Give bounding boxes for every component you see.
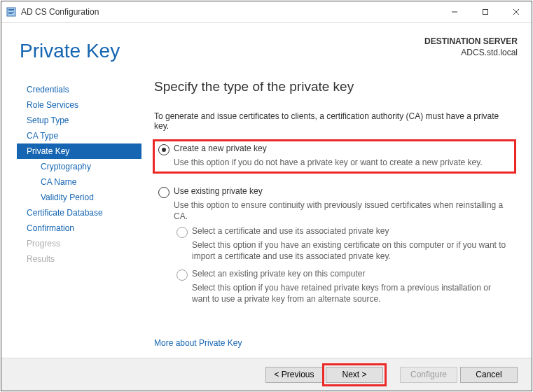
suboption-select-existing-key-desc: Select this option if you have retained …: [192, 282, 511, 304]
svg-rect-1: [8, 9, 14, 10]
option-use-existing-desc: Use this option to ensure continuity wit…: [174, 200, 511, 222]
dest-value: ADCS.std.local: [424, 47, 518, 58]
next-button[interactable]: Next >: [326, 367, 383, 383]
window-controls: [439, 1, 532, 22]
svg-rect-2: [8, 12, 14, 13]
sidebar-item-results: Results: [17, 251, 141, 267]
svg-rect-5: [483, 10, 488, 15]
main-heading: Specify the type of the private key: [154, 79, 515, 94]
maximize-button[interactable]: [470, 1, 501, 22]
page-title: Private Key: [20, 40, 120, 62]
window-title: AD CS Configuration: [21, 7, 439, 17]
minimize-button[interactable]: [439, 1, 470, 22]
close-button[interactable]: [501, 1, 532, 22]
sidebar-item-progress: Progress: [17, 236, 141, 251]
suboption-select-existing-key-label: Select an existing private key on this c…: [192, 269, 365, 279]
svg-rect-3: [8, 13, 13, 14]
radio-select-existing-key: [176, 270, 188, 281]
titlebar: AD CS Configuration: [1, 1, 532, 23]
cancel-button[interactable]: Cancel: [460, 367, 518, 383]
destination-server: DESTINATION SERVER ADCS.std.local: [424, 36, 518, 62]
sidebar-item-ca-type[interactable]: CA Type: [17, 128, 141, 144]
radio-use-existing[interactable]: [158, 187, 169, 198]
sidebar-item-setup-type[interactable]: Setup Type: [17, 113, 141, 128]
main-content: Specify the type of the private key To g…: [141, 79, 516, 358]
configure-button: Configure: [400, 367, 457, 383]
option-use-existing[interactable]: Use existing private key Use this option…: [154, 183, 515, 309]
app-icon: [6, 6, 17, 18]
footer: < Previous Next > Configure Cancel: [1, 358, 532, 391]
option-create-new-desc: Use this option if you do not have a pri…: [174, 157, 511, 168]
suboption-select-existing-key: Select an existing private key on this c…: [174, 269, 511, 281]
suboption-select-certificate-label: Select a certificate and use its associa…: [192, 226, 389, 236]
more-about-link[interactable]: More about Private Key: [154, 338, 242, 348]
suboption-select-certificate: Select a certificate and use its associa…: [174, 226, 511, 238]
window: AD CS Configuration Private Key DESTINAT…: [1, 1, 532, 391]
sidebar-item-cryptography[interactable]: Cryptography: [17, 159, 141, 174]
sidebar-item-validity-period[interactable]: Validity Period: [17, 190, 141, 205]
radio-select-certificate: [176, 227, 188, 238]
sidebar: Credentials Role Services Setup Type CA …: [17, 79, 141, 358]
previous-button[interactable]: < Previous: [265, 367, 323, 383]
sidebar-item-certificate-database[interactable]: Certificate Database: [17, 205, 141, 220]
radio-create-new[interactable]: [158, 144, 169, 155]
sidebar-item-role-services[interactable]: Role Services: [17, 97, 141, 113]
option-create-new-label: Create a new private key: [174, 144, 267, 153]
dest-label: DESTINATION SERVER: [424, 36, 518, 47]
option-use-existing-label: Use existing private key: [174, 186, 263, 196]
intro-text: To generate and issue certificates to cl…: [154, 111, 515, 131]
sidebar-item-confirmation[interactable]: Confirmation: [17, 220, 141, 236]
header: Private Key DESTINATION SERVER ADCS.std.…: [1, 23, 532, 65]
sidebar-item-private-key[interactable]: Private Key: [17, 144, 141, 159]
sidebar-item-ca-name[interactable]: CA Name: [17, 174, 141, 190]
option-create-new[interactable]: Create a new private key Use this option…: [154, 141, 515, 172]
suboption-select-certificate-desc: Select this option if you have an existi…: [192, 239, 511, 262]
sidebar-item-credentials[interactable]: Credentials: [17, 82, 141, 97]
